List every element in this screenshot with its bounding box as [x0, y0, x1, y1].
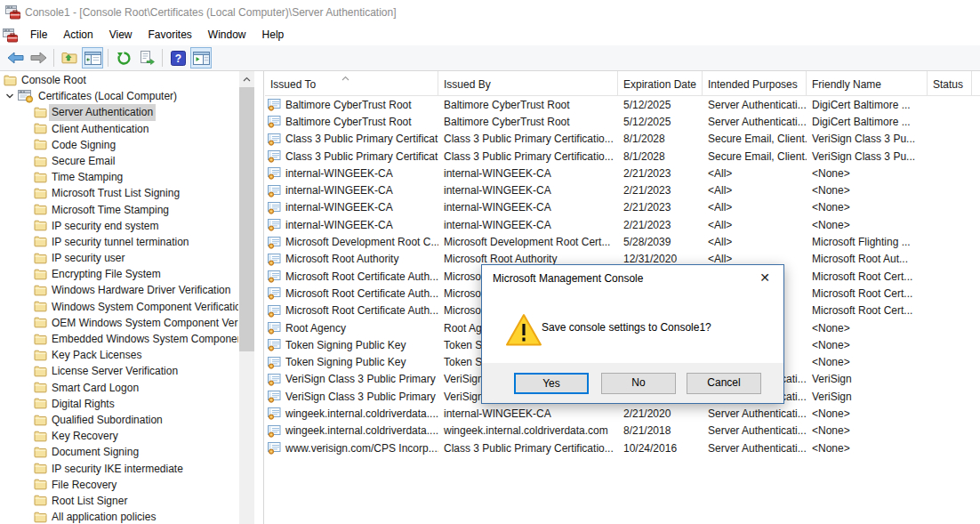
- table-row[interactable]: Class 3 Public Primary Certificat... Cla…: [265, 131, 980, 148]
- table-row[interactable]: Baltimore CyberTrust Root Baltimore Cybe…: [265, 113, 980, 130]
- sidebar-item-server-authentication[interactable]: Server Authentication: [0, 104, 238, 120]
- folder-icon: [34, 139, 49, 150]
- sort-ascending-icon: [341, 71, 349, 84]
- sidebar-item-document-signing[interactable]: Document Signing: [0, 444, 238, 460]
- certificate-icon: [268, 338, 282, 351]
- sidebar-item-time-stamping[interactable]: Time Stamping: [0, 169, 238, 185]
- certificate-icon: [268, 149, 282, 163]
- forward-button[interactable]: [28, 47, 49, 69]
- cancel-button[interactable]: Cancel: [687, 373, 761, 394]
- folder-icon: [34, 107, 49, 118]
- column-header-status[interactable]: Status: [928, 71, 972, 95]
- back-button[interactable]: [4, 47, 26, 69]
- help-button[interactable]: ?: [167, 47, 189, 69]
- window-title: Console1 - [Console Root\Certificates (L…: [25, 6, 397, 19]
- sidebar-item-ip-security-tunnel-termination[interactable]: IP security tunnel termination: [0, 234, 238, 250]
- sidebar-item-ip-security-ike-intermediate[interactable]: IP security IKE intermediate: [0, 461, 238, 477]
- column-header-intended-purposes[interactable]: Intended Purposes: [703, 71, 807, 95]
- sidebar-item-ip-security-user[interactable]: IP security user: [0, 250, 238, 266]
- certificate-icon: [268, 441, 282, 455]
- sidebar-item-file-recovery[interactable]: File Recovery: [0, 477, 238, 493]
- certificate-icon: [268, 184, 282, 198]
- export-list-button[interactable]: [136, 47, 157, 69]
- dialog-button-strip: Yes No Cancel: [482, 363, 783, 403]
- table-row[interactable]: internal-WINGEEK-CA internal-WINGEEK-CA …: [265, 199, 980, 216]
- menu-item-action[interactable]: Action: [55, 25, 100, 45]
- show-console-tree-button[interactable]: [82, 47, 103, 69]
- table-row[interactable]: wingeek.internal.coldriverdata.... inter…: [265, 405, 980, 422]
- folder-icon: [34, 204, 49, 215]
- sidebar-item-smart-card-logon[interactable]: Smart Card Logon: [0, 380, 238, 396]
- column-header-friendly-name[interactable]: Friendly Name: [807, 71, 928, 95]
- sidebar-item-embedded-windows-system-component-verification[interactable]: Embedded Windows System Component Verifi…: [0, 331, 238, 347]
- save-console-dialog: Microsoft Management Console ✕ Save cons…: [481, 264, 784, 404]
- folder-icon: [34, 415, 49, 426]
- sidebar-item-qualified-subordination[interactable]: Qualified Subordination: [0, 412, 238, 428]
- close-icon[interactable]: ✕: [748, 265, 782, 291]
- sidebar-item-secure-email[interactable]: Secure Email: [0, 153, 238, 169]
- console-tree-icon: [84, 52, 101, 65]
- export-list-icon: [140, 51, 155, 66]
- column-header-expiration-date[interactable]: Expiration Date: [618, 71, 703, 95]
- refresh-button[interactable]: [113, 47, 134, 69]
- menu-item-favorites[interactable]: Favorites: [141, 25, 200, 45]
- sidebar-item-code-signing[interactable]: Code Signing: [0, 137, 238, 153]
- toolbar-separator: [53, 49, 54, 67]
- certificate-icon: [268, 201, 282, 214]
- folder-icon: [34, 431, 49, 442]
- tree-scrollbar[interactable]: [239, 71, 254, 524]
- title-bar: Console1 - [Console Root\Certificates (L…: [0, 0, 980, 25]
- certificate-icon: [268, 321, 282, 335]
- table-row[interactable]: www.verisign.com/CPS Incorp.... Class 3 …: [265, 439, 980, 456]
- toolbar-separator: [162, 49, 163, 67]
- certificate-icon: [268, 407, 282, 420]
- sidebar-item-windows-system-component-verification[interactable]: Windows System Component Verification: [0, 299, 238, 315]
- scrollbar-thumb[interactable]: [239, 87, 254, 351]
- table-row[interactable]: Class 3 Public Primary Certificat... Cla…: [265, 148, 980, 165]
- yes-button[interactable]: Yes: [514, 373, 589, 394]
- folder-icon: [34, 123, 49, 134]
- folder-icon: [34, 382, 49, 393]
- forward-arrow-icon: [30, 52, 47, 64]
- menu-item-help[interactable]: Help: [254, 25, 293, 45]
- sidebar-item-client-authentication[interactable]: Client Authentication: [0, 121, 238, 137]
- scroll-up-icon[interactable]: [239, 71, 254, 86]
- table-row[interactable]: Baltimore CyberTrust Root Baltimore Cybe…: [265, 96, 980, 113]
- sidebar-item-key-pack-licenses[interactable]: Key Pack Licenses: [0, 347, 238, 363]
- menu-item-file[interactable]: File: [22, 25, 55, 45]
- table-row[interactable]: internal-WINGEEK-CA internal-WINGEEK-CA …: [265, 181, 980, 198]
- no-button[interactable]: No: [601, 373, 676, 394]
- sidebar-item-all-application-policies[interactable]: All application policies: [0, 509, 238, 524]
- menu-item-view[interactable]: View: [101, 25, 141, 45]
- folder-icon: [34, 285, 49, 296]
- certificate-icon: [268, 304, 282, 318]
- sidebar-item-encrypting-file-system[interactable]: Encrypting File System: [0, 266, 238, 282]
- sidebar-item-certificates-local-computer[interactable]: Certificates (Local Computer): [0, 88, 238, 104]
- chevron-down-icon[interactable]: [5, 93, 16, 100]
- table-row[interactable]: internal-WINGEEK-CA internal-WINGEEK-CA …: [265, 216, 980, 233]
- folder-icon: [34, 301, 49, 312]
- show-action-pane-button[interactable]: [190, 47, 212, 69]
- sidebar-item-key-recovery[interactable]: Key Recovery: [0, 428, 238, 444]
- sidebar-item-digital-rights[interactable]: Digital Rights: [0, 396, 238, 412]
- sidebar-item-ip-security-end-system[interactable]: IP security end system: [0, 218, 238, 234]
- sidebar-item-root-list-signer[interactable]: Root List Signer: [0, 493, 238, 509]
- column-header-issued-by[interactable]: Issued By: [438, 71, 618, 95]
- mmc-app-icon: [5, 4, 20, 20]
- up-folder-icon: [61, 51, 77, 65]
- folder-icon: [34, 512, 49, 523]
- table-row[interactable]: Microsoft Development Root C... Microsof…: [265, 233, 980, 250]
- sidebar-item-microsoft-time-stamping[interactable]: Microsoft Time Stamping: [0, 202, 238, 218]
- sidebar-item-microsoft-trust-list-signing[interactable]: Microsoft Trust List Signing: [0, 185, 238, 201]
- folder-icon: [34, 463, 49, 474]
- sidebar-item-console-root[interactable]: Console Root: [0, 72, 238, 88]
- column-header-issued-to[interactable]: Issued To: [265, 71, 438, 95]
- up-one-level-button[interactable]: [59, 47, 80, 69]
- sidebar-item-windows-hardware-driver-verification[interactable]: Windows Hardware Driver Verification: [0, 282, 238, 298]
- table-row[interactable]: wingeek.internal.coldriverdata.... winge…: [265, 423, 980, 439]
- table-row[interactable]: internal-WINGEEK-CA internal-WINGEEK-CA …: [265, 165, 980, 181]
- folder-icon: [34, 317, 49, 328]
- sidebar-item-oem-windows-system-component-verification[interactable]: OEM Windows System Component Verificatio…: [0, 315, 238, 331]
- sidebar-item-license-server-verification[interactable]: License Server Verification: [0, 363, 238, 379]
- menu-item-window[interactable]: Window: [200, 25, 254, 45]
